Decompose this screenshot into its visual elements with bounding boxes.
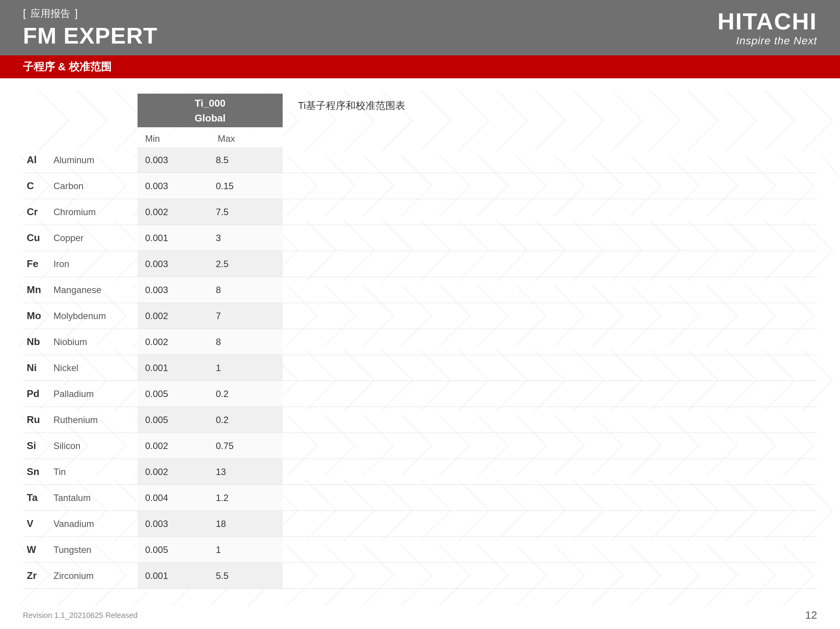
- element-name: Vanadium: [53, 511, 138, 537]
- cell-max: 0.75: [212, 441, 283, 451]
- cell-max: 1: [212, 363, 283, 373]
- element-name: Molybdenum: [53, 303, 138, 329]
- cell-min: 0.005: [138, 389, 212, 399]
- app-tag: [ 应用报告 ]: [23, 7, 157, 20]
- cell-max: 7.5: [212, 207, 283, 217]
- cell-min: 0.002: [138, 311, 212, 321]
- cell-max: 13: [212, 467, 283, 477]
- table-row: C Carbon 0.003 0.15: [23, 173, 817, 199]
- table-row: Ta Tantalum 0.004 1.2: [23, 485, 817, 511]
- table-row: Si Silicon 0.002 0.75: [23, 433, 817, 459]
- table-row: Cr Chromium 0.002 7.5: [23, 199, 817, 225]
- element-symbol: Pd: [23, 381, 53, 407]
- element-name: Tantalum: [53, 485, 138, 511]
- cell-max: 18: [212, 519, 283, 529]
- element-name: Palladium: [53, 381, 138, 407]
- bracket-open: [: [23, 8, 26, 19]
- element-symbol: Al: [23, 147, 53, 173]
- hitachi-logo: HITACHI Inspire the Next: [717, 8, 817, 47]
- cell-min: 0.003: [138, 259, 212, 269]
- element-name: Tin: [53, 459, 138, 485]
- element-name: Tungsten: [53, 537, 138, 563]
- data-header: Ti_000 Global: [138, 94, 283, 127]
- hitachi-name: HITACHI: [717, 8, 817, 34]
- cell-min: 0.001: [138, 233, 212, 243]
- element-name: Ruthenium: [53, 407, 138, 433]
- element-symbol: Fe: [23, 251, 53, 277]
- cell-min: 0.002: [138, 441, 212, 451]
- element-symbol: Sn: [23, 459, 53, 485]
- cell-min: 0.004: [138, 493, 212, 503]
- header-left: [ 应用报告 ] FM EXPERT: [23, 7, 157, 49]
- bracket-close: ]: [75, 8, 78, 19]
- element-name: Manganese: [53, 277, 138, 303]
- element-name: Carbon: [53, 173, 138, 199]
- minmax-row: Min Max: [23, 130, 817, 147]
- cell-min: 0.003: [138, 155, 212, 165]
- cell-min: 0.002: [138, 207, 212, 217]
- rows-container: Al Aluminum 0.003 8.5 C Carbon 0.003 0.1…: [23, 147, 817, 589]
- table-row: Nb Niobium 0.002 8: [23, 329, 817, 355]
- cell-min: 0.003: [138, 181, 212, 191]
- content: Ti_000 Global Ti基子程序和校准范围表 Min Max Al Al…: [0, 78, 840, 612]
- range-label: Global: [138, 111, 283, 127]
- hitachi-tagline: Inspire the Next: [717, 35, 817, 47]
- element-symbol: Cu: [23, 225, 53, 251]
- cell-min: 0.005: [138, 415, 212, 425]
- element-name: Aluminum: [53, 147, 138, 173]
- element-name: Chromium: [53, 199, 138, 225]
- element-symbol: Ni: [23, 355, 53, 381]
- element-symbol: Nb: [23, 329, 53, 355]
- element-symbol: Cr: [23, 199, 53, 225]
- revision-text: Revision 1.1_20210625 Released: [23, 611, 138, 620]
- cell-min: 0.002: [138, 467, 212, 477]
- cell-max: 8: [212, 337, 283, 347]
- element-symbol: W: [23, 537, 53, 563]
- cell-max: 0.15: [212, 181, 283, 191]
- table-row: Ni Nickel 0.001 1: [23, 355, 817, 381]
- cell-max: 8.5: [212, 155, 283, 165]
- minmax-cols: Min Max: [138, 130, 283, 147]
- table-row: Mn Manganese 0.003 8: [23, 277, 817, 303]
- cell-min: 0.003: [138, 285, 212, 295]
- element-name: Nickel: [53, 355, 138, 381]
- header: [ 应用报告 ] FM EXPERT HITACHI Inspire the N…: [0, 0, 840, 55]
- cell-max: 0.2: [212, 415, 283, 425]
- table-row: Fe Iron 0.003 2.5: [23, 251, 817, 277]
- max-header: Max: [210, 130, 283, 147]
- element-symbol: Mo: [23, 303, 53, 329]
- subtitle-bar: 子程序 & 校准范围: [0, 55, 840, 78]
- cell-max: 0.2: [212, 389, 283, 399]
- element-name: Zirconium: [53, 563, 138, 588]
- table-row: Al Aluminum 0.003 8.5: [23, 147, 817, 173]
- element-name: Niobium: [53, 329, 138, 355]
- app-tag-label: 应用报告: [26, 7, 75, 20]
- element-symbol: Mn: [23, 277, 53, 303]
- table-row: V Vanadium 0.003 18: [23, 511, 817, 537]
- element-symbol: V: [23, 511, 53, 537]
- cell-max: 8: [212, 285, 283, 295]
- element-symbol: Si: [23, 433, 53, 459]
- cell-max: 5.5: [212, 571, 283, 581]
- subtitle-text: 子程序 & 校准范围: [23, 60, 112, 74]
- element-symbol: C: [23, 173, 53, 199]
- cell-min: 0.003: [138, 519, 212, 529]
- table-row: Mo Molybdenum 0.002 7: [23, 303, 817, 329]
- table-note: Ti基子程序和校准范围表: [298, 94, 405, 112]
- cell-min: 0.005: [138, 545, 212, 555]
- table-title-row: Ti_000 Global Ti基子程序和校准范围表: [23, 94, 817, 127]
- element-symbol: Ta: [23, 485, 53, 511]
- app-title: FM EXPERT: [23, 23, 157, 49]
- table-row: W Tungsten 0.005 1: [23, 537, 817, 563]
- cell-min: 0.002: [138, 337, 212, 347]
- cell-min: 0.001: [138, 571, 212, 581]
- element-symbol: Zr: [23, 563, 53, 588]
- element-symbol: Ru: [23, 407, 53, 433]
- table-row: Sn Tin 0.002 13: [23, 459, 817, 485]
- cell-max: 3: [212, 233, 283, 243]
- element-name: Iron: [53, 251, 138, 277]
- table-row: Zr Zirconium 0.001 5.5: [23, 563, 817, 589]
- cell-max: 2.5: [212, 259, 283, 269]
- table-row: Cu Copper 0.001 3: [23, 225, 817, 251]
- cell-min: 0.001: [138, 363, 212, 373]
